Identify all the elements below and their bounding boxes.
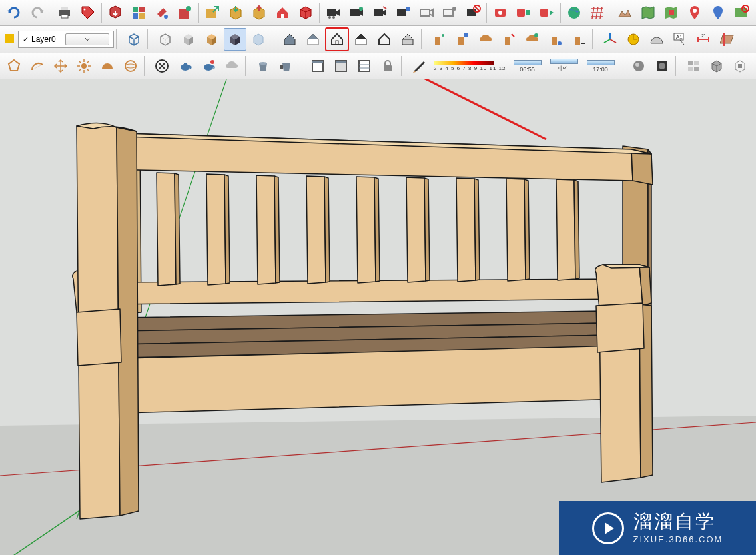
brush-button[interactable] — [408, 55, 430, 77]
camera-1-button[interactable] — [322, 1, 344, 24]
sandbox-5-button[interactable] — [729, 55, 751, 77]
components-button[interactable] — [127, 1, 150, 24]
vray-teapot-rt-button[interactable] — [197, 55, 220, 77]
lock-button[interactable] — [376, 55, 399, 77]
spray-4-button[interactable] — [544, 28, 567, 51]
svg-rect-22 — [444, 9, 453, 16]
tape-measure-button[interactable] — [622, 28, 645, 51]
sandbox-3-button[interactable] — [682, 55, 705, 77]
svg-point-68 — [635, 63, 639, 67]
spray-2-button[interactable] — [451, 28, 474, 51]
record-2-button[interactable] — [512, 1, 535, 24]
box-out-button[interactable] — [224, 1, 247, 24]
marker-button[interactable] — [707, 1, 729, 24]
half-dome-button[interactable] — [96, 55, 119, 77]
vray-cloud-button[interactable] — [220, 55, 243, 77]
camera-6-button[interactable] — [438, 1, 461, 24]
style-mono-button[interactable] — [224, 28, 246, 51]
text-tool-button[interactable]: A1 — [669, 28, 691, 51]
window-2-button[interactable] — [330, 55, 352, 77]
no-camera-button[interactable] — [462, 1, 484, 24]
record-1-button[interactable] — [489, 1, 512, 24]
dynhouse-5-button[interactable] — [373, 28, 396, 51]
record-3-button[interactable] — [536, 1, 558, 24]
map-button[interactable] — [637, 1, 659, 24]
svg-point-8 — [164, 15, 168, 19]
time-1[interactable]: 06:55 — [510, 60, 546, 73]
spray-5-button[interactable] — [567, 28, 590, 51]
earth-button[interactable] — [563, 1, 585, 24]
svg-rect-62 — [312, 61, 323, 63]
camera-2-button[interactable] — [345, 1, 368, 24]
sandbox-4-button[interactable] — [705, 55, 728, 77]
toolbar-row-3: 2 3 4 5 6 7 8 9 10 11 12 06:55 中午 17:00 — [0, 53, 756, 79]
no-map-button[interactable] — [730, 1, 753, 24]
sphere-button[interactable] — [119, 55, 142, 77]
cup-1-button[interactable] — [252, 55, 274, 77]
sandbox-2-button[interactable] — [651, 55, 673, 77]
vray-1-button[interactable] — [151, 55, 173, 77]
svg-point-59 — [259, 62, 267, 65]
component-red-button[interactable] — [294, 1, 317, 24]
svg-text:A1: A1 — [676, 34, 683, 40]
chevron-down-icon — [65, 33, 109, 45]
viewport-3d[interactable]: 溜溜自学 ZIXUE.3D66.COM — [0, 79, 756, 555]
box-in-button[interactable] — [248, 1, 270, 24]
svg-rect-72 — [694, 61, 699, 65]
time-2[interactable]: 中午 — [546, 59, 582, 73]
grid-button[interactable] — [586, 1, 609, 24]
time-3[interactable]: 17:00 — [583, 60, 619, 73]
protractor-button[interactable] — [645, 28, 668, 51]
section-plane-button[interactable] — [715, 28, 738, 51]
svg-rect-32 — [669, 10, 674, 15]
spray-3-button[interactable] — [498, 28, 520, 51]
layer-color-button[interactable] — [3, 28, 17, 51]
geo-model-button[interactable] — [660, 1, 683, 24]
print-button[interactable] — [53, 1, 76, 24]
camera-4-button[interactable] — [392, 1, 414, 24]
placemark-button[interactable] — [683, 1, 706, 24]
style-xray-button[interactable] — [247, 28, 270, 51]
redo-button[interactable] — [26, 1, 49, 24]
dynhouse-2-button[interactable] — [302, 28, 324, 51]
terrain-button[interactable] — [613, 1, 636, 24]
style-shaded-button[interactable] — [177, 28, 200, 51]
pan-button[interactable] — [49, 55, 72, 77]
dynhouse-1-button[interactable] — [278, 28, 301, 51]
home-red-button[interactable] — [271, 1, 294, 24]
dynhouse-4-button[interactable] — [350, 28, 372, 51]
undo-button[interactable] — [3, 1, 25, 24]
cloud-2-button[interactable] — [521, 28, 544, 51]
style-hidden-button[interactable] — [154, 28, 177, 51]
vray-teapot-button[interactable] — [174, 55, 196, 77]
paint-button[interactable] — [151, 1, 173, 24]
cup-2-button[interactable] — [275, 55, 298, 77]
svg-rect-38 — [435, 37, 440, 45]
sun-button[interactable] — [73, 55, 95, 77]
dimension-button[interactable]: 2' — [692, 28, 715, 51]
svg-rect-12 — [281, 14, 284, 18]
svg-point-10 — [186, 6, 191, 11]
axes-tool-button[interactable] — [599, 28, 621, 51]
spray-1-button[interactable] — [428, 28, 450, 51]
export-button[interactable] — [201, 1, 224, 24]
style-texture-button[interactable] — [200, 28, 223, 51]
sandbox-1-button[interactable] — [627, 55, 650, 77]
svg-rect-74 — [694, 67, 699, 71]
svg-rect-24 — [467, 9, 476, 16]
extension-button[interactable] — [174, 1, 196, 24]
polygon-button[interactable] — [3, 55, 25, 77]
tag-button[interactable] — [77, 1, 99, 24]
window-3-button[interactable] — [353, 55, 376, 77]
dynhouse-6-button[interactable] — [396, 28, 419, 51]
window-1-button[interactable] — [306, 55, 329, 77]
camera-5-button[interactable] — [415, 1, 438, 24]
dynhouse-3-highlighted-button[interactable] — [325, 27, 349, 51]
camera-3-button[interactable] — [368, 1, 391, 24]
svg-point-45 — [558, 41, 562, 45]
style-wireframe-button[interactable] — [123, 28, 145, 51]
cloud-1-button[interactable] — [474, 28, 497, 51]
download-model-button[interactable] — [104, 1, 127, 24]
arc-button[interactable] — [26, 55, 49, 77]
layer-select[interactable]: Layer0 — [18, 31, 114, 48]
